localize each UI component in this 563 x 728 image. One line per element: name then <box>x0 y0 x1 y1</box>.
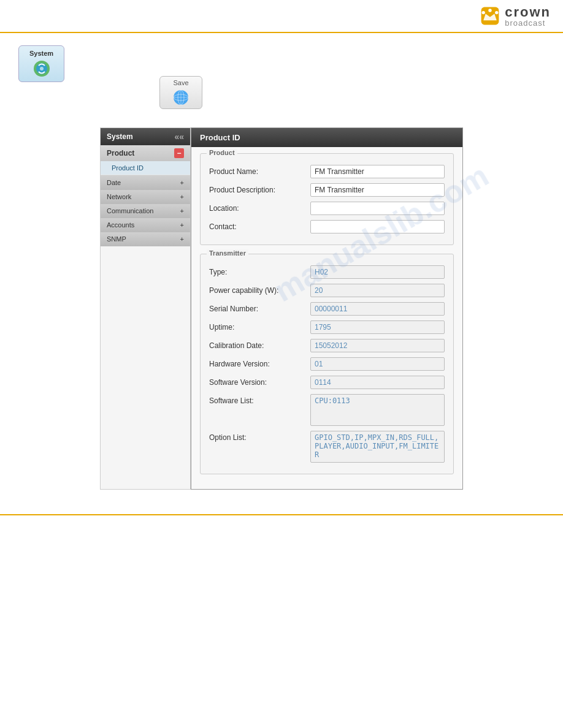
label-software: Software Version: <box>209 378 310 387</box>
label-software-list: Software List: <box>209 394 310 405</box>
form-row-location: Location: <box>209 202 445 215</box>
form-row-calibration: Calibration Date: <box>209 339 445 352</box>
transmitter-section: Transmitter Type: Power capability (W): … <box>200 254 454 474</box>
sidebar-item-product-id[interactable]: Product ID <box>101 161 190 175</box>
save-button-wrapper: Save <box>159 76 202 109</box>
form-row-software-list: Software List: CPU:0113 <box>209 394 445 426</box>
input-type <box>310 265 445 279</box>
logo-broadcast-label: broadcast <box>505 19 551 27</box>
sidebar-group-product-header[interactable]: Product − <box>101 145 190 161</box>
input-calibration <box>310 339 445 352</box>
input-software <box>310 376 445 389</box>
detail-body: Product Product Name: Product Descriptio… <box>191 147 462 489</box>
label-option-list: Option List: <box>209 431 310 442</box>
logo-crown-label: crown <box>505 6 551 19</box>
label-serial: Serial Number: <box>209 305 310 313</box>
input-contact[interactable] <box>310 220 445 233</box>
sidebar-title: System <box>107 132 133 141</box>
form-row-type: Type: <box>209 265 445 279</box>
sidebar: System «« Product − Product ID Date + Ne… <box>100 127 191 490</box>
sidebar-group-network-label: Network <box>107 193 131 200</box>
crown-logo-icon <box>479 5 501 27</box>
save-icon <box>172 89 190 106</box>
form-row-contact: Contact: <box>209 220 445 233</box>
sidebar-group-network-expand-icon[interactable]: + <box>180 193 184 200</box>
sidebar-group-communication-label: Communication <box>107 207 153 214</box>
sidebar-group-date[interactable]: Date + <box>101 176 190 190</box>
svg-point-4 <box>495 11 498 14</box>
footer <box>0 514 563 515</box>
logo-area: crown broadcast <box>479 5 551 27</box>
header: crown broadcast <box>0 0 563 33</box>
save-button-label: Save <box>173 79 188 86</box>
sidebar-header[interactable]: System «« <box>101 128 190 145</box>
form-row-product-description: Product Description: <box>209 183 445 197</box>
sidebar-group-accounts-expand-icon[interactable]: + <box>180 221 184 229</box>
label-product-description: Product Description: <box>209 186 310 194</box>
sidebar-group-network[interactable]: Network + <box>101 190 190 204</box>
product-section-title: Product <box>207 149 237 156</box>
system-button-wrapper: System <box>18 45 64 82</box>
label-calibration: Calibration Date: <box>209 341 310 350</box>
input-hardware <box>310 357 445 371</box>
sidebar-group-product-collapse-icon[interactable]: − <box>174 148 184 158</box>
form-row-serial: Serial Number: <box>209 302 445 316</box>
svg-point-7 <box>40 67 44 70</box>
input-uptime <box>310 320 445 334</box>
sidebar-group-date-label: Date <box>107 179 121 186</box>
label-location: Location: <box>209 204 310 213</box>
sidebar-group-accounts[interactable]: Accounts + <box>101 218 190 232</box>
form-row-uptime: Uptime: <box>209 320 445 334</box>
system-icon <box>33 59 51 78</box>
label-product-name: Product Name: <box>209 167 310 176</box>
label-power: Power capability (W): <box>209 286 310 295</box>
logo-text: crown broadcast <box>505 6 551 27</box>
sidebar-group-communication[interactable]: Communication + <box>101 204 190 218</box>
sidebar-group-snmp-label: SNMP <box>107 235 126 243</box>
form-row-product-name: Product Name: <box>209 165 445 178</box>
detail-panel: Product ID Product Product Name: Product… <box>191 127 463 490</box>
top-toolbar: System Save <box>0 33 563 121</box>
form-row-hardware: Hardware Version: <box>209 357 445 371</box>
sidebar-group-date-expand-icon[interactable]: + <box>180 179 184 186</box>
label-type: Type: <box>209 268 310 276</box>
svg-point-3 <box>489 9 492 12</box>
sidebar-group-snmp-expand-icon[interactable]: + <box>180 235 184 243</box>
input-power <box>310 284 445 297</box>
product-section: Product Product Name: Product Descriptio… <box>200 153 454 245</box>
sidebar-group-accounts-label: Accounts <box>107 221 134 229</box>
label-contact: Contact: <box>209 222 310 231</box>
save-button[interactable]: Save <box>159 76 202 109</box>
transmitter-section-title: Transmitter <box>207 249 248 257</box>
label-uptime: Uptime: <box>209 323 310 332</box>
input-software-list: CPU:0113 <box>310 394 445 426</box>
input-serial <box>310 302 445 316</box>
input-option-list: GPIO_STD,IP,MPX_IN,RDS_FULL,PLAYER,AUDIO… <box>310 431 445 463</box>
input-product-name[interactable] <box>310 165 445 178</box>
form-row-power: Power capability (W): <box>209 284 445 297</box>
input-location[interactable] <box>310 202 445 215</box>
form-row-option-list: Option List: GPIO_STD,IP,MPX_IN,RDS_FULL… <box>209 431 445 463</box>
sidebar-group-product: Product − Product ID <box>101 145 190 176</box>
sidebar-collapse-icon: «« <box>174 132 184 142</box>
label-hardware: Hardware Version: <box>209 360 310 368</box>
detail-header: Product ID <box>191 128 462 147</box>
input-product-description[interactable] <box>310 183 445 197</box>
main-content: System «« Product − Product ID Date + Ne… <box>100 127 463 490</box>
sidebar-group-snmp[interactable]: SNMP + <box>101 232 190 246</box>
system-button[interactable]: System <box>18 45 64 82</box>
sidebar-group-communication-expand-icon[interactable]: + <box>180 207 184 214</box>
sidebar-group-product-label: Product <box>107 149 134 157</box>
svg-point-2 <box>482 11 485 14</box>
form-row-software: Software Version: <box>209 376 445 389</box>
system-button-label: System <box>29 50 53 57</box>
detail-title: Product ID <box>200 133 240 142</box>
